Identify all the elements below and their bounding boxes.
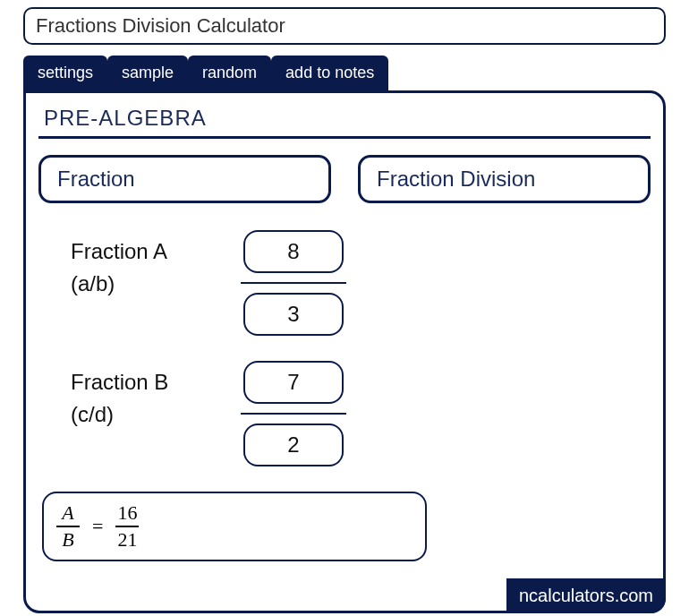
fraction-b-label: Fraction B (c/d) — [71, 361, 241, 431]
fraction-bar-icon — [115, 526, 139, 527]
chip-fraction-division[interactable]: Fraction Division — [358, 155, 651, 203]
fraction-bar-icon — [56, 526, 80, 527]
fraction-b-sub: (c/d) — [71, 398, 241, 431]
fraction-b-numerator[interactable] — [243, 361, 344, 404]
result-right-bottom: 21 — [117, 529, 137, 551]
fraction-b-row: Fraction B (c/d) — [71, 361, 654, 466]
fraction-a-label: Fraction A (a/b) — [71, 230, 241, 300]
fraction-bar-icon — [241, 413, 346, 415]
result-left-fraction: A B — [56, 502, 80, 551]
fraction-a-inputs — [241, 230, 346, 336]
page-title: Fractions Division Calculator — [23, 7, 666, 45]
fraction-a-sub: (a/b) — [71, 268, 241, 300]
tab-settings[interactable]: settings — [23, 56, 107, 90]
chip-row: Fraction Fraction Division — [38, 155, 651, 203]
fraction-a-title: Fraction A — [71, 235, 241, 268]
fraction-a-denominator[interactable] — [243, 293, 344, 336]
fraction-b-denominator[interactable] — [243, 424, 344, 466]
tab-add-to-notes[interactable]: add to notes — [271, 56, 388, 90]
section-label: PRE-ALGEBRA — [38, 106, 651, 139]
fraction-a-row: Fraction A (a/b) — [71, 230, 654, 336]
tabs-bar: settings sample random add to notes — [23, 56, 689, 90]
fraction-a-numerator[interactable] — [243, 230, 344, 273]
fraction-b-inputs — [241, 361, 346, 466]
equals-sign: = — [92, 515, 103, 538]
calculator-card: PRE-ALGEBRA Fraction Fraction Division F… — [23, 90, 666, 613]
result-right-top: 16 — [117, 502, 137, 524]
result-box: A B = 16 21 — [42, 492, 427, 561]
result-right-fraction: 16 21 — [115, 502, 139, 551]
fraction-b-title: Fraction B — [71, 366, 241, 398]
result-left-top: A — [62, 502, 73, 524]
chip-fraction[interactable]: Fraction — [38, 155, 331, 203]
tab-sample[interactable]: sample — [107, 56, 188, 90]
brand-badge[interactable]: ncalculators.com — [506, 578, 666, 613]
result-left-bottom: B — [62, 529, 73, 551]
tab-random[interactable]: random — [188, 56, 271, 90]
fraction-bar-icon — [241, 282, 346, 284]
